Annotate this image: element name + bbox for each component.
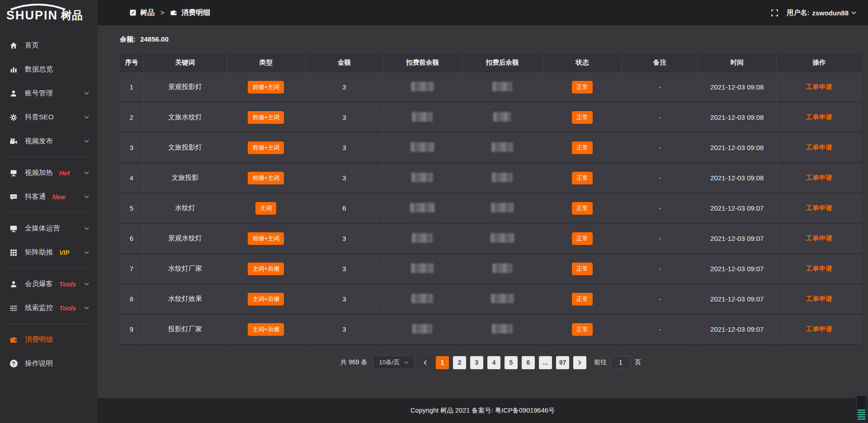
cell-keyword: 水纹灯效果 (144, 284, 227, 314)
ticket-apply-link[interactable]: 工单申请 (806, 113, 832, 121)
type-badge: 前缀+主词 (248, 232, 284, 245)
footer: Copyright 树品 2021 备案号: 粤ICP备09019646号 (97, 398, 868, 423)
sidebar-item-label: 全媒体运营 (25, 224, 60, 233)
new-tag: New (52, 193, 66, 201)
sidebar-item-label: 首页 (25, 41, 39, 50)
sidebar-item-label: 视频加热 (25, 168, 53, 178)
page-size-select[interactable]: 10条/页 (373, 356, 415, 369)
sidebar-item-lead-monitor[interactable]: 线索监控 Tools (0, 296, 97, 320)
cell-time: 2021-12-03 09:07 (698, 284, 776, 314)
sidebar-item-data-overview[interactable]: 数据总览 (0, 57, 97, 81)
page-button-3[interactable]: 3 (470, 356, 483, 369)
page-button-5[interactable]: 5 (505, 356, 518, 369)
ticket-apply-link[interactable]: 工单申请 (806, 174, 832, 181)
cell-amount: 3 (305, 254, 383, 284)
blurred-balance-after (491, 294, 514, 303)
type-badge: 主词 (255, 202, 276, 215)
breadcrumb-root[interactable]: 树品 (140, 8, 155, 18)
ticket-apply-link[interactable]: 工单申请 (806, 83, 832, 90)
ticket-apply-link[interactable]: 工单申请 (806, 204, 832, 212)
next-page-button[interactable] (573, 356, 586, 369)
sidebar-item-douyin-seo[interactable]: 抖音SEO (0, 105, 97, 129)
type-badge: 主词+后缀 (248, 323, 284, 336)
goto-page-input[interactable] (610, 356, 631, 369)
hot-tag: Hot (59, 169, 70, 177)
blurred-balance-after (491, 233, 514, 243)
gear-icon (9, 113, 18, 122)
sidebar-item-media-operation[interactable]: 全媒体运营 (0, 216, 97, 240)
sidebar-item-video-heat[interactable]: 视频加热 Hot (0, 161, 97, 185)
balance: 余额: 24856.00 (120, 35, 862, 44)
cell-index: 5 (120, 193, 144, 223)
tools-tag: Tools (59, 281, 76, 288)
sidebar-item-help[interactable]: 操作说明 (0, 352, 97, 376)
breadcrumb-wallet-icon (170, 9, 177, 16)
cell-time: 2021-12-03 09:07 (698, 314, 776, 344)
cell-index: 2 (120, 102, 144, 132)
fullscreen-icon[interactable] (771, 9, 778, 17)
status-badge: 正常 (572, 263, 593, 275)
brand-logo-mark: SHUPIN (6, 9, 58, 23)
scroll-indicator[interactable] (856, 395, 867, 422)
blurred-balance-before (411, 82, 434, 91)
type-badge: 主词+后缀 (248, 293, 284, 306)
home-icon (9, 42, 18, 50)
user-menu[interactable]: 用户名: zswodun88 (787, 9, 856, 17)
member-icon (9, 280, 18, 288)
cell-keyword: 景观投影灯 (144, 72, 227, 102)
topbar: 树品 > 消费明细 用户名: zswodun88 (97, 0, 868, 25)
col-status: 状态 (542, 54, 622, 72)
ticket-apply-link[interactable]: 工单申请 (806, 325, 832, 333)
sliders-icon (9, 304, 18, 312)
topbar-right: 用户名: zswodun88 (771, 9, 868, 17)
blurred-balance-before (410, 203, 434, 212)
sidebar-item-video-publish[interactable]: 视频发布 (0, 129, 97, 153)
vip-tag: VIP (59, 249, 70, 256)
page-ellipsis-button[interactable]: ... (539, 356, 552, 369)
ticket-apply-link[interactable]: 工单申请 (806, 295, 832, 302)
blurred-balance-before (411, 294, 433, 303)
cell-remark: - (622, 132, 698, 163)
page-button-4[interactable]: 4 (487, 356, 500, 369)
wallet-icon (9, 336, 18, 344)
page-button-2[interactable]: 2 (453, 356, 466, 369)
ticket-apply-link[interactable]: 工单申请 (806, 144, 832, 151)
sidebar-item-home[interactable]: 首页 (0, 33, 97, 57)
ticket-apply-link[interactable]: 工单申请 (806, 235, 832, 242)
type-badge: 前缀+主词 (248, 111, 284, 124)
chevron-down-icon (84, 282, 89, 286)
col-index: 序号 (120, 54, 144, 72)
chevron-down-icon (84, 195, 89, 198)
table-row: 7 水纹灯厂家 主词+后缀 3 正常 - 2021-12-03 09:07 工单… (120, 254, 862, 284)
type-badge: 前缀+主词 (248, 141, 284, 154)
scroll-thumb[interactable] (858, 409, 865, 420)
table-header-row: 序号 关键词 类型 金额 扣费前余额 扣费后余额 状态 备注 时间 操作 (120, 54, 862, 72)
ticket-apply-link[interactable]: 工单申请 (806, 265, 832, 272)
consume-table: 序号 关键词 类型 金额 扣费前余额 扣费后余额 状态 备注 时间 操作 1 景… (120, 54, 862, 345)
cell-time: 2021-12-03 09:08 (698, 102, 776, 132)
page-button-97[interactable]: 97 (556, 356, 569, 369)
cell-keyword: 文旅投影灯 (144, 132, 227, 163)
grid-icon (9, 249, 18, 257)
type-badge: 主词+后缀 (248, 263, 284, 275)
cell-remark: - (622, 254, 698, 284)
logo-arc-icon (9, 3, 67, 10)
sidebar-item-member-burst[interactable]: 会员爆客 Tools (0, 272, 97, 296)
sidebar-item-account[interactable]: 账号管理 (0, 81, 97, 105)
sidebar-item-matrix-boost[interactable]: 矩阵助推 VIP (0, 240, 97, 264)
blurred-balance-before (412, 324, 432, 334)
cell-index: 8 (120, 284, 144, 314)
cell-index: 1 (120, 72, 144, 102)
copyright-text: Copyright 树品 2021 备案号: 粤ICP备09019646号 (410, 406, 555, 415)
page-button-1[interactable]: 1 (436, 356, 449, 369)
status-badge: 正常 (572, 81, 593, 94)
cell-index: 7 (120, 254, 144, 284)
cell-time: 2021-12-03 09:07 (698, 223, 776, 254)
page-button-6[interactable]: 6 (522, 356, 535, 369)
prev-page-button[interactable] (419, 356, 432, 369)
sidebar-item-consume-detail[interactable]: 消费明细 (0, 328, 97, 352)
sidebar-item-label: 线索监控 (25, 303, 53, 313)
blurred-balance-after (492, 173, 513, 182)
monitor-icon (9, 225, 18, 233)
sidebar-item-douketong[interactable]: 抖客通 New (0, 185, 97, 209)
